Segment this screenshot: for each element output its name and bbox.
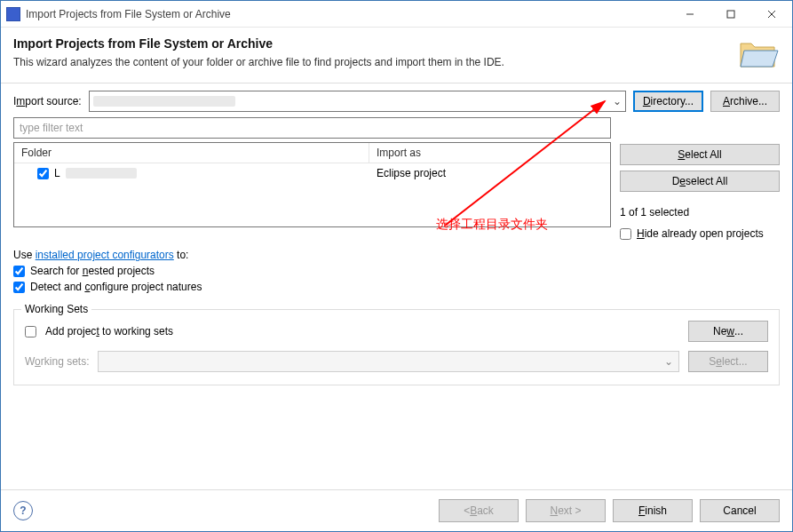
maximize-icon xyxy=(726,10,735,19)
selection-status: 1 of 1 selected xyxy=(620,206,780,218)
working-sets-combo: ⌄ xyxy=(98,351,679,372)
table-header: Folder Import as xyxy=(14,143,610,163)
hide-open-projects-label: Hide already open projects xyxy=(637,227,764,240)
select-all-button[interactable]: Select All xyxy=(620,144,780,165)
back-button: < Back xyxy=(439,499,519,522)
next-button: Next > xyxy=(526,499,606,522)
projects-table: Folder Import as L Eclipse project xyxy=(13,142,611,227)
row-folder-prefix: L xyxy=(54,167,60,179)
row-checkbox[interactable] xyxy=(37,168,49,179)
configurators-section: Use installed project configurators to: … xyxy=(13,249,780,293)
page-description: This wizard analyzes the content of your… xyxy=(13,56,726,68)
add-to-working-sets-label: Add project to working sets xyxy=(45,325,679,337)
col-folder[interactable]: Folder xyxy=(14,143,369,163)
new-working-set-button[interactable]: New... xyxy=(688,321,768,342)
chevron-down-icon: ⌄ xyxy=(664,355,673,368)
import-source-row: Import source: ⌄ Directory... Archive... xyxy=(13,91,780,112)
svg-rect-1 xyxy=(727,11,734,18)
hide-open-projects-checkbox[interactable] xyxy=(620,228,631,240)
working-sets-label: Working sets: xyxy=(25,355,89,368)
maximize-button[interactable] xyxy=(710,1,751,28)
titlebar: Import Projects from File System or Arch… xyxy=(1,1,792,28)
dialog-body: Import source: ⌄ Directory... Archive...… xyxy=(1,83,792,489)
help-button[interactable]: ? xyxy=(13,501,33,520)
select-working-sets-button: Select... xyxy=(688,351,768,372)
import-source-label: Import source: xyxy=(13,95,82,107)
close-icon xyxy=(767,10,776,19)
row-import-as: Eclipse project xyxy=(377,167,603,179)
import-source-combo[interactable]: ⌄ xyxy=(89,91,626,112)
filter-input[interactable]: type filter text xyxy=(13,117,611,139)
minimize-icon xyxy=(686,10,694,19)
row-folder-redacted xyxy=(66,168,137,179)
working-sets-legend: Working Sets xyxy=(21,303,91,315)
close-button[interactable] xyxy=(751,1,792,28)
search-nested-checkbox[interactable] xyxy=(13,266,25,277)
chevron-down-icon: ⌄ xyxy=(613,95,622,107)
finish-button[interactable]: Finish xyxy=(613,499,693,522)
dialog-window: Import Projects from File System or Arch… xyxy=(0,0,793,532)
import-source-value xyxy=(93,96,235,107)
add-to-working-sets-checkbox[interactable] xyxy=(25,326,36,337)
search-nested-label: Search for nested projects xyxy=(30,265,155,277)
directory-button[interactable]: Directory... xyxy=(633,91,703,112)
dialog-footer: ? < Back Next > Finish Cancel xyxy=(1,489,792,531)
minimize-button[interactable] xyxy=(670,1,710,28)
projects-area: type filter text Folder Import as L Ecli… xyxy=(13,117,780,240)
window-title: Import Projects from File System or Arch… xyxy=(26,8,670,20)
table-row[interactable]: L Eclipse project xyxy=(14,163,610,183)
cancel-button[interactable]: Cancel xyxy=(700,499,780,522)
installed-configurators-link[interactable]: installed project configurators xyxy=(36,249,174,261)
detect-natures-label: Detect and configure project natures xyxy=(30,281,202,293)
deselect-all-button[interactable]: Deselect All xyxy=(620,171,780,192)
working-sets-group: Working Sets Add project to working sets… xyxy=(13,309,780,385)
wizard-header: Import Projects from File System or Arch… xyxy=(1,28,792,83)
page-title: Import Projects from File System or Arch… xyxy=(13,36,726,51)
configurators-line: Use installed project configurators to: xyxy=(13,249,780,261)
detect-natures-checkbox[interactable] xyxy=(13,282,25,293)
archive-button[interactable]: Archive... xyxy=(710,91,780,112)
app-icon xyxy=(6,7,20,21)
folder-icon xyxy=(737,36,780,72)
col-import-as[interactable]: Import as xyxy=(369,143,610,163)
